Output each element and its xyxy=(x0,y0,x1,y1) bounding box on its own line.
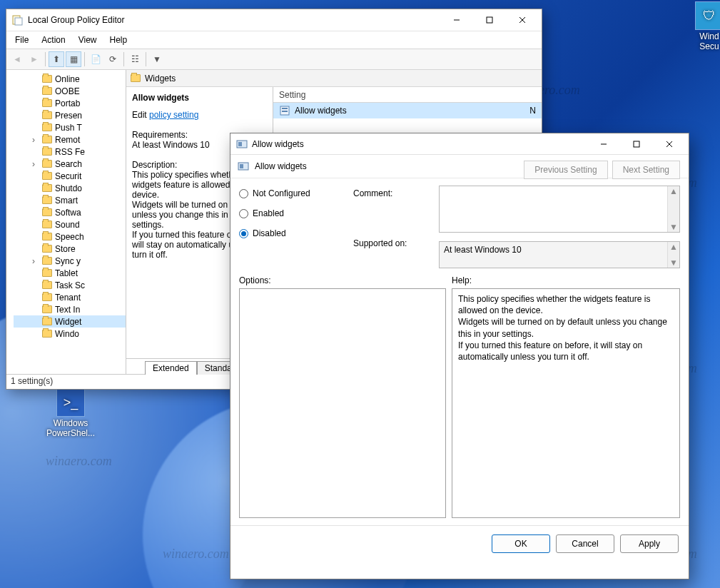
ok-button[interactable]: OK xyxy=(492,534,550,553)
tab-extended[interactable]: Extended xyxy=(145,361,197,375)
tree-item[interactable]: Online xyxy=(14,73,126,85)
tree-item[interactable]: Tablet xyxy=(14,267,126,279)
refresh-button[interactable]: ⟳ xyxy=(105,51,121,67)
radio-enabled[interactable]: Enabled xyxy=(239,208,332,218)
forward-button[interactable]: ► xyxy=(26,51,42,67)
policy-icon xyxy=(279,105,290,116)
scroll-up-icon: ▲ xyxy=(669,242,678,252)
apply-button[interactable]: Apply xyxy=(620,534,679,553)
tree-item-label: Widget xyxy=(55,317,81,327)
chevron-right-icon: › xyxy=(32,256,39,266)
close-button[interactable] xyxy=(653,133,686,155)
tree-item[interactable]: Sound xyxy=(14,218,126,230)
tree-item[interactable]: Widget xyxy=(14,315,126,328)
tree-item[interactable]: Text In xyxy=(14,303,126,315)
previous-setting-button[interactable]: Previous Setting xyxy=(524,161,607,179)
menu-action[interactable]: Action xyxy=(36,33,71,47)
tree-item[interactable]: Task Sc xyxy=(14,279,126,291)
tree-item[interactable]: Portab xyxy=(14,97,126,109)
separator xyxy=(123,52,124,66)
titlebar[interactable]: Local Group Policy Editor xyxy=(6,9,542,31)
comment-textarea[interactable]: ▲▼ xyxy=(439,186,680,233)
svg-rect-12 xyxy=(634,141,639,147)
scroll-down-icon: ▼ xyxy=(669,258,678,268)
folder-icon xyxy=(42,318,52,325)
scrollbar[interactable]: ▲▼ xyxy=(667,186,679,232)
next-setting-button[interactable]: Next Setting xyxy=(612,161,680,179)
policy-dialog: Allow widgets Allow widgets Previous Set… xyxy=(230,133,689,579)
tree-item-label: Text In xyxy=(55,305,80,315)
scroll-up-icon: ▲ xyxy=(669,186,678,196)
tree-item[interactable]: Tenant xyxy=(14,291,126,303)
svg-rect-8 xyxy=(282,111,288,112)
comment-label: Comment: xyxy=(353,188,417,198)
tree-item[interactable]: ›Sync y xyxy=(14,255,126,267)
tree-view[interactable]: OnlineOOBEPortabPresenPush T›RemotRSS Fe… xyxy=(6,70,126,374)
scrollbar[interactable]: ▲▼ xyxy=(667,242,679,268)
radio-not-configured[interactable]: Not Configured xyxy=(239,188,332,198)
minimize-button[interactable] xyxy=(440,9,473,31)
export-button[interactable]: 📄 xyxy=(88,51,103,67)
svg-rect-16 xyxy=(240,164,243,168)
radio-disabled[interactable]: Disabled xyxy=(239,228,332,238)
tree-item-label: Presen xyxy=(55,111,82,121)
folder-icon xyxy=(42,184,52,192)
setting-name: Allow widgets xyxy=(132,93,267,103)
tree-item-label: Tablet xyxy=(55,268,78,278)
filter-button[interactable]: ▼ xyxy=(149,51,165,67)
tree-item[interactable]: Softwa xyxy=(14,206,126,218)
edit-policy-link[interactable]: policy setting xyxy=(149,110,198,120)
tree-item-label: Smart xyxy=(55,196,78,206)
tree-item[interactable]: ›Remot xyxy=(14,133,126,146)
tree-item[interactable]: Smart xyxy=(14,194,126,206)
tree-item[interactable]: Speech xyxy=(14,230,126,243)
tree-item[interactable]: OOBE xyxy=(14,85,126,97)
chevron-right-icon: › xyxy=(32,135,39,145)
tree-item[interactable]: RSS Fe xyxy=(14,146,126,158)
powershell-icon: >_ xyxy=(56,388,85,417)
back-button[interactable]: ◄ xyxy=(9,51,25,67)
desktop-icon-security[interactable]: 🛡 Wind Secu xyxy=(683,1,720,51)
column-header-setting[interactable]: Setting xyxy=(273,87,542,103)
tree-item[interactable]: Store xyxy=(14,243,126,255)
maximize-button[interactable] xyxy=(620,133,653,155)
setting-row[interactable]: Allow widgets N xyxy=(273,103,542,118)
policy-icon xyxy=(238,161,249,172)
supported-on-field: At least Windows 10 ▲▼ xyxy=(439,241,680,268)
tree-item[interactable]: Windo xyxy=(14,328,126,340)
menu-view[interactable]: View xyxy=(73,33,103,47)
folder-icon xyxy=(42,233,52,240)
chevron-right-icon: › xyxy=(32,159,39,169)
help-pane: This policy specifies whether the widget… xyxy=(452,288,680,518)
up-button[interactable]: ⬆ xyxy=(49,51,64,67)
folder-icon xyxy=(42,148,52,156)
menu-help[interactable]: Help xyxy=(104,33,133,47)
minimize-button[interactable] xyxy=(587,133,620,155)
options-label: Options: xyxy=(239,275,452,285)
desktop-icon-powershell[interactable]: >_ Windows PowerShel... xyxy=(44,388,97,438)
maximize-button[interactable] xyxy=(473,9,506,31)
folder-icon xyxy=(42,160,52,168)
tree-item[interactable]: Presen xyxy=(14,109,126,121)
cancel-button[interactable]: Cancel xyxy=(556,534,614,553)
folder-icon xyxy=(42,111,52,119)
tree-item-label: Search xyxy=(55,159,82,169)
properties-button[interactable]: ☷ xyxy=(127,51,143,67)
menu-file[interactable]: File xyxy=(9,33,34,47)
tree-item[interactable]: Securit xyxy=(14,170,126,182)
tree-item[interactable]: Shutdo xyxy=(14,182,126,194)
folder-icon xyxy=(42,305,52,313)
folder-icon xyxy=(42,293,52,301)
supported-on-label: Supported on: xyxy=(353,238,417,248)
close-button[interactable] xyxy=(506,9,539,31)
tree-item-label: Portab xyxy=(55,98,80,108)
folder-icon xyxy=(42,269,52,277)
show-hide-tree-button[interactable]: ▦ xyxy=(66,51,81,67)
svg-rect-1 xyxy=(15,18,22,25)
tree-item[interactable]: Push T xyxy=(14,121,126,133)
separator xyxy=(45,52,46,66)
titlebar[interactable]: Allow widgets xyxy=(230,133,689,155)
separator xyxy=(146,52,146,66)
path-label: Widgets xyxy=(145,74,176,83)
tree-item[interactable]: ›Search xyxy=(14,158,126,170)
